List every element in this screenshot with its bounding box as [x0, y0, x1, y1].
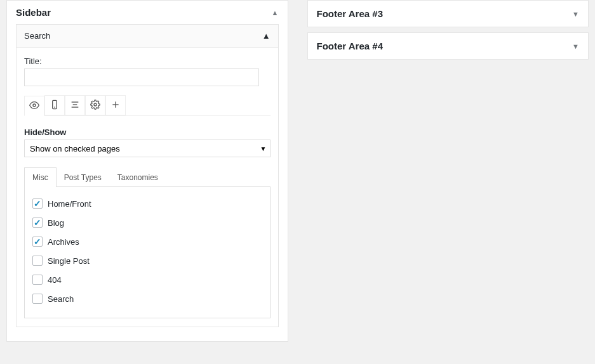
- misc-item-single-post[interactable]: Single Post: [32, 256, 262, 266]
- title-input[interactable]: [24, 68, 259, 86]
- checkbox-label: Search: [48, 294, 74, 304]
- footer-area-3-panel[interactable]: Footer Area #3 ▼: [307, 0, 589, 27]
- widget-option-tabs: [24, 95, 271, 116]
- svg-rect-1: [53, 100, 57, 108]
- caret-up-icon: ▲: [272, 9, 279, 16]
- checkbox-label: Single Post: [48, 256, 90, 266]
- sidebar-panel: Sidebar ▲ Search ▲ Title:: [6, 0, 288, 342]
- visibility-tab[interactable]: [24, 96, 44, 116]
- checkbox[interactable]: [32, 275, 43, 285]
- settings-tab[interactable]: [85, 95, 105, 115]
- checkbox[interactable]: [32, 218, 43, 228]
- title-label: Title:: [24, 56, 271, 66]
- misc-item-404[interactable]: 404: [32, 275, 262, 285]
- search-widget-name: Search: [24, 31, 50, 41]
- checkbox[interactable]: [32, 256, 43, 266]
- footer-area-4-title: Footer Area #4: [317, 41, 383, 51]
- sidebar-panel-header[interactable]: Sidebar ▲: [7, 1, 288, 24]
- checkbox[interactable]: [32, 294, 43, 304]
- misc-item-blog[interactable]: Blog: [32, 218, 262, 228]
- checkbox-label: 404: [48, 275, 62, 285]
- plus-icon: [110, 100, 121, 112]
- alignment-tab[interactable]: [65, 95, 85, 115]
- svg-point-0: [33, 104, 36, 107]
- caret-down-icon: ▼: [572, 10, 579, 18]
- svg-point-6: [94, 103, 97, 106]
- search-widget-header[interactable]: Search ▲: [16, 24, 279, 48]
- devices-tab[interactable]: [44, 95, 65, 115]
- tab-taxonomies[interactable]: Taxonomies: [109, 167, 166, 187]
- footer-area-3-title: Footer Area #3: [317, 8, 383, 19]
- tab-post-types[interactable]: Post Types: [56, 167, 110, 187]
- align-center-icon: [70, 100, 80, 112]
- checkbox-label: Archives: [48, 237, 79, 247]
- hide-show-label: Hide/Show: [24, 127, 271, 137]
- eye-icon: [29, 100, 39, 112]
- sidebar-panel-body: Search ▲ Title:: [7, 24, 288, 341]
- misc-item-home-front[interactable]: Home/Front: [32, 198, 262, 209]
- gear-icon: [90, 100, 100, 112]
- caret-down-icon: ▼: [572, 42, 579, 50]
- checkbox-label: Home/Front: [48, 199, 91, 209]
- sidebar-panel-title: Sidebar: [16, 7, 51, 18]
- misc-item-archives[interactable]: Archives: [32, 237, 262, 247]
- add-tab[interactable]: [105, 95, 126, 115]
- search-widget-body: Title:: [16, 48, 279, 327]
- checkbox[interactable]: [32, 198, 43, 209]
- tab-misc[interactable]: Misc: [24, 167, 57, 187]
- misc-tab-pane: Home/Front Blog Archives: [24, 186, 271, 318]
- checkbox-label: Blog: [48, 218, 64, 228]
- caret-up-icon: ▲: [262, 31, 271, 41]
- smartphone-icon: [50, 100, 60, 112]
- search-widget: Search ▲ Title:: [16, 24, 279, 327]
- misc-item-search[interactable]: Search: [32, 294, 262, 304]
- footer-area-4-panel[interactable]: Footer Area #4 ▼: [307, 32, 589, 60]
- page-type-tabs: Misc Post Types Taxonomies: [24, 167, 271, 187]
- checkbox[interactable]: [32, 237, 43, 247]
- hide-show-select[interactable]: Show on checked pages: [24, 140, 271, 157]
